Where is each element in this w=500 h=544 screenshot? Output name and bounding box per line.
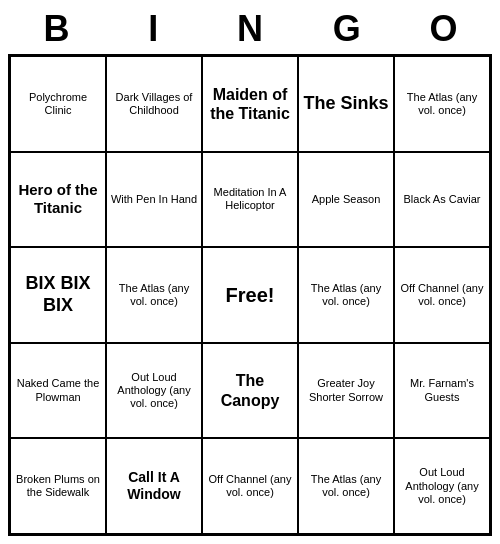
bingo-cell-19[interactable]: Mr. Farnam's Guests [394, 343, 490, 439]
bingo-letter-b: B [8, 8, 105, 50]
bingo-letter-n: N [202, 8, 299, 50]
bingo-cell-1[interactable]: Dark Villages of Childhood [106, 56, 202, 152]
bingo-cell-4[interactable]: The Atlas (any vol. once) [394, 56, 490, 152]
bingo-cell-21[interactable]: Call It A Window [106, 438, 202, 534]
bingo-cell-9[interactable]: Black As Caviar [394, 152, 490, 248]
bingo-cell-3[interactable]: The Sinks [298, 56, 394, 152]
bingo-cell-2[interactable]: Maiden of the Titanic [202, 56, 298, 152]
bingo-letter-o: O [395, 8, 492, 50]
bingo-cell-16[interactable]: Out Loud Anthology (any vol. once) [106, 343, 202, 439]
bingo-cell-17[interactable]: The Canopy [202, 343, 298, 439]
bingo-cell-24[interactable]: Out Loud Anthology (any vol. once) [394, 438, 490, 534]
bingo-cell-5[interactable]: Hero of the Titanic [10, 152, 106, 248]
bingo-cell-23[interactable]: The Atlas (any vol. once) [298, 438, 394, 534]
bingo-cell-20[interactable]: Broken Plums on the Sidewalk [10, 438, 106, 534]
bingo-title: BINGO [8, 8, 492, 50]
bingo-letter-i: I [105, 8, 202, 50]
bingo-cell-14[interactable]: Off Channel (any vol. once) [394, 247, 490, 343]
bingo-grid: Polychrome ClinicDark Villages of Childh… [8, 54, 492, 536]
bingo-cell-12[interactable]: Free! [202, 247, 298, 343]
bingo-cell-8[interactable]: Apple Season [298, 152, 394, 248]
bingo-cell-15[interactable]: Naked Came the Plowman [10, 343, 106, 439]
bingo-cell-22[interactable]: Off Channel (any vol. once) [202, 438, 298, 534]
bingo-cell-11[interactable]: The Atlas (any vol. once) [106, 247, 202, 343]
bingo-letter-g: G [298, 8, 395, 50]
bingo-cell-13[interactable]: The Atlas (any vol. once) [298, 247, 394, 343]
bingo-cell-6[interactable]: With Pen In Hand [106, 152, 202, 248]
bingo-cell-18[interactable]: Greater Joy Shorter Sorrow [298, 343, 394, 439]
bingo-cell-0[interactable]: Polychrome Clinic [10, 56, 106, 152]
bingo-cell-7[interactable]: Meditation In A Helicoptor [202, 152, 298, 248]
bingo-cell-10[interactable]: BIX BIX BIX [10, 247, 106, 343]
